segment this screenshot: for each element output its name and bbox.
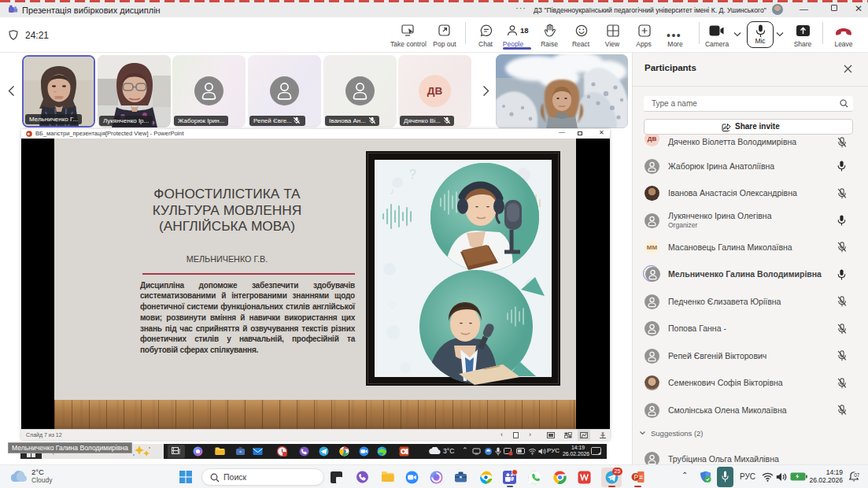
svg-text:♡: ♡ <box>388 300 397 311</box>
svg-text:♪: ♪ <box>390 185 395 197</box>
svg-text:P: P <box>634 473 639 481</box>
svg-text:?: ? <box>409 168 416 181</box>
svg-text:07: 07 <box>854 472 859 478</box>
